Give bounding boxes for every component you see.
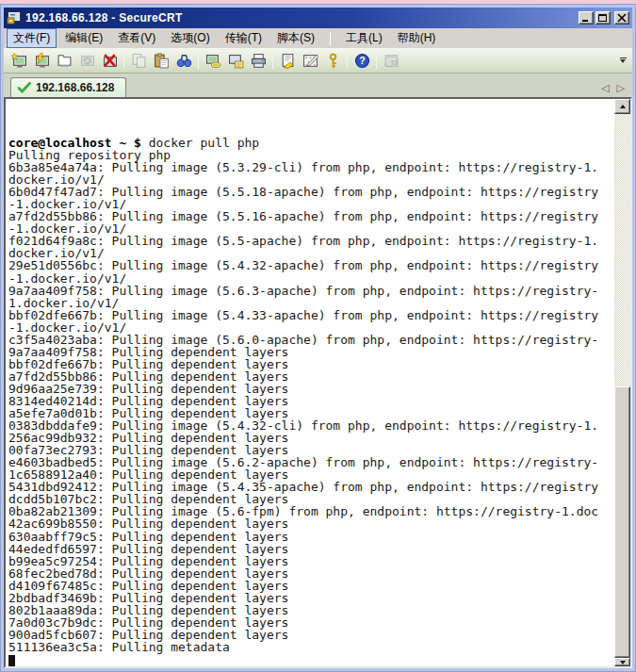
terminal-output-line: 900ad5fcb607: Pulling dependent layers bbox=[8, 629, 614, 641]
minimize-icon bbox=[580, 13, 592, 23]
menu-item-transfer[interactable]: 传输(T) bbox=[219, 28, 269, 48]
scroll-up-icon bbox=[620, 105, 626, 108]
paste-button[interactable] bbox=[150, 50, 172, 72]
raw-log-icon bbox=[228, 53, 244, 69]
scroll-tabs-right-button[interactable]: ▷ bbox=[617, 83, 625, 93]
app-window-icon bbox=[383, 53, 400, 69]
find-button[interactable] bbox=[172, 50, 195, 72]
global-options-button[interactable] bbox=[299, 50, 321, 72]
toolbar-separator bbox=[272, 53, 273, 69]
toolbar-separator bbox=[123, 53, 124, 69]
terminal-output-line: -1.docker.io/v1/ bbox=[8, 321, 614, 334]
scroll-down-icon bbox=[620, 661, 626, 664]
global-options-icon bbox=[302, 53, 318, 69]
terminal-output-line: 9a7aa409f758: Pulling dependent layers bbox=[8, 346, 614, 358]
copy-button[interactable] bbox=[127, 50, 150, 72]
terminal-output-line: 44ededfd6597: Pulling dependent layers bbox=[8, 543, 614, 555]
log-session-button[interactable] bbox=[202, 50, 224, 72]
connect-icon bbox=[34, 53, 50, 69]
menu-separator bbox=[330, 32, 331, 45]
session-tab[interactable]: 192.168.66.128 bbox=[10, 77, 126, 97]
reconnect-icon bbox=[79, 53, 95, 69]
minimize-button[interactable] bbox=[579, 11, 594, 25]
window-controls bbox=[579, 11, 629, 25]
menu-bar: 文件(F)编辑(E)查看(V)选项(O)传输(T)脚本(S)工具(L)帮助(H) bbox=[4, 28, 632, 48]
menu-item-help[interactable]: 帮助(H) bbox=[391, 28, 443, 48]
close-button[interactable] bbox=[614, 11, 629, 25]
log-session-icon bbox=[205, 53, 221, 69]
toolbar-separator bbox=[376, 53, 377, 69]
print-icon bbox=[251, 53, 267, 69]
connect-button[interactable] bbox=[30, 50, 53, 72]
terminal-output-line: c3f5a4023aba: Pulling image (5.6.0-apach… bbox=[8, 334, 614, 346]
maximize-button[interactable] bbox=[595, 11, 611, 25]
app-window-button[interactable] bbox=[380, 50, 402, 72]
terminal-output-line: 511136ea3c5a: Pulling metadata bbox=[8, 641, 614, 653]
terminal-area: core@localhost ~ $ docker pull phpPullin… bbox=[4, 97, 632, 668]
toolbar: ? bbox=[4, 48, 632, 74]
terminal-output-line: 29e51d0556bc: Pulling image (5.4.32-apac… bbox=[8, 259, 614, 271]
terminal-output[interactable]: core@localhost ~ $ docker pull phpPullin… bbox=[6, 99, 614, 666]
key-agent-button[interactable] bbox=[321, 50, 344, 72]
raw-log-button[interactable] bbox=[224, 50, 247, 72]
terminal-cursor-line bbox=[8, 653, 614, 665]
disconnect-button[interactable] bbox=[98, 50, 121, 72]
tab-scroll-controls: ◁ ▷ bbox=[601, 83, 628, 97]
copy-icon bbox=[131, 53, 147, 69]
scrollbar-down-button[interactable] bbox=[614, 658, 630, 666]
terminal-output-line: 42ac699b8550: Pulling dependent layers bbox=[8, 517, 614, 530]
terminal-output-line: 1.docker.io/v1/ bbox=[8, 297, 614, 309]
scrollbar-track[interactable] bbox=[614, 114, 630, 658]
securecrt-window: 192.168.66.128 - SecureCRT 文件(F)编辑(E)查看(… bbox=[0, 4, 636, 672]
terminal-output-line: 9a7aa409f758: Pulling image (5.6.3-apach… bbox=[8, 285, 614, 297]
terminal-cursor bbox=[8, 655, 15, 666]
connected-check-icon bbox=[18, 82, 31, 93]
quick-connect-button[interactable] bbox=[8, 50, 30, 72]
toolbar-separator bbox=[347, 53, 348, 69]
terminal-output-line: 630aabff79c5: Pulling dependent layers bbox=[8, 531, 614, 543]
svg-text:?: ? bbox=[359, 55, 365, 66]
help-button[interactable]: ? bbox=[351, 50, 373, 72]
terminal-output-line: 68fec2bed78d: Pulling dependent layers bbox=[8, 567, 614, 580]
session-tab-label: 192.168.66.128 bbox=[36, 81, 114, 94]
toolbar-overflow-icon bbox=[620, 57, 627, 58]
terminal-output-line: b99ea5c97254: Pulling dependent layers bbox=[8, 555, 614, 567]
scroll-tabs-left-button[interactable]: ◁ bbox=[601, 83, 609, 93]
menu-item-script[interactable]: 脚本(S) bbox=[270, 28, 321, 48]
terminal-output-line: d4109f67485c: Pulling dependent layers bbox=[8, 580, 614, 592]
disconnect-icon bbox=[102, 53, 118, 69]
maximize-icon bbox=[597, 13, 609, 23]
toolbar-separator bbox=[198, 53, 199, 69]
find-icon bbox=[176, 53, 192, 69]
menu-item-file[interactable]: 文件(F) bbox=[7, 28, 57, 48]
menu-item-options[interactable]: 选项(O) bbox=[164, 28, 216, 48]
scrollbar-up-button[interactable] bbox=[614, 99, 630, 114]
session-options-button[interactable] bbox=[276, 50, 299, 72]
menu-item-view[interactable]: 查看(V) bbox=[111, 28, 162, 48]
menu-item-edit[interactable]: 编辑(E) bbox=[58, 28, 109, 48]
terminal-output-line: a7fd2d55bb86: Pulling dependent layers bbox=[8, 370, 614, 383]
terminal-output-line: 802b1aaa89da: Pulling dependent layers bbox=[8, 604, 614, 616]
terminal-output-line: -1.docker.io/v1/ bbox=[8, 272, 614, 285]
help-icon: ? bbox=[354, 53, 370, 69]
title-bar: 192.168.66.128 - SecureCRT bbox=[4, 8, 632, 28]
tab-bar: 192.168.66.128 ◁ ▷ bbox=[4, 74, 632, 97]
key-agent-icon bbox=[325, 53, 341, 69]
quick-connect-icon bbox=[11, 53, 27, 69]
reconnect-button[interactable] bbox=[75, 50, 98, 72]
scrollbar-thumb[interactable] bbox=[614, 386, 630, 659]
terminal-output-line: bbf02dfe667b: Pulling dependent layers bbox=[8, 358, 614, 370]
terminal-scrollbar bbox=[614, 99, 630, 666]
securecrt-app-icon bbox=[7, 10, 22, 25]
toolbar-overflow-button[interactable] bbox=[617, 57, 628, 63]
print-button[interactable] bbox=[247, 50, 269, 72]
menu-item-tools[interactable]: 工具(L) bbox=[339, 28, 389, 48]
paste-icon bbox=[154, 53, 170, 69]
terminal-output-line: 2bdbadf3469b: Pulling dependent layers bbox=[8, 592, 614, 604]
connect-in-tab-button[interactable] bbox=[53, 50, 75, 72]
connect-in-tab-icon bbox=[57, 53, 73, 69]
window-title: 192.168.66.128 - SecureCRT bbox=[25, 11, 579, 25]
close-icon bbox=[616, 13, 628, 23]
terminal-output-line: bbf02dfe667b: Pulling image (5.4.33-apac… bbox=[8, 309, 614, 321]
terminal-output-line: 7a0d03c7b9dc: Pulling dependent layers bbox=[8, 616, 614, 629]
